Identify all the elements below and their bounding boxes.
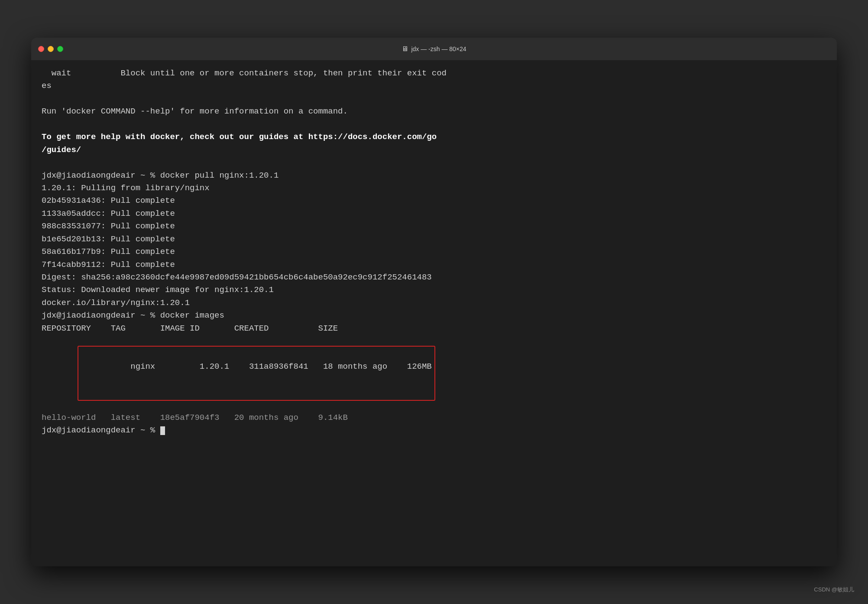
run-line: Run 'docker COMMAND --help' for more inf… [42, 105, 826, 118]
hash1-line: 02b45931a436: Pull complete [42, 195, 826, 207]
status-line: Status: Downloaded newer image for nginx… [42, 284, 826, 296]
minimize-button[interactable] [48, 46, 54, 52]
terminal-window: 🖥 jdx — -zsh — 80×24 wait Block until on… [31, 38, 837, 566]
hash5-line: 58a616b177b9: Pull complete [42, 246, 826, 258]
prompt1: jdx@jiaodiaongdeair ~ % docker pull ngin… [42, 169, 826, 182]
watermark: CSDN @敏姐儿 [814, 586, 854, 594]
table-hello-line: hello-world latest 18e5af7904f3 20 month… [42, 412, 826, 424]
blank3 [42, 156, 826, 169]
title-text: jdx — -zsh — 80×24 [411, 45, 466, 52]
prompt3: jdx@jiaodiaongdeair ~ % [42, 424, 826, 437]
bold-line1: To get more help with docker, check out … [42, 131, 826, 143]
titlebar: 🖥 jdx — -zsh — 80×24 [31, 38, 837, 60]
bold-line2: /guides/ [42, 144, 826, 156]
wait-line: wait Block until one or more containers … [42, 67, 826, 80]
digest-line: Digest: sha256:a98c2360dcfe44e9987ed09d5… [42, 271, 826, 284]
highlight-border [78, 346, 435, 401]
maximize-button[interactable] [57, 46, 63, 52]
terminal-icon: 🖥 [402, 45, 408, 53]
desktop: 🖥 jdx — -zsh — 80×24 wait Block until on… [0, 0, 868, 604]
window-title: 🖥 jdx — -zsh — 80×24 [402, 45, 466, 53]
hash2-line: 1133a05addcc: Pull complete [42, 208, 826, 220]
hash6-line: 7f14cabb9112: Pull complete [42, 259, 826, 271]
close-button[interactable] [38, 46, 44, 52]
table-header-line: REPOSITORY TAG IMAGE ID CREATED SIZE [42, 322, 826, 335]
cursor [160, 426, 165, 435]
es-line: es [42, 80, 826, 92]
hash3-line: 988c83531077: Pull complete [42, 220, 826, 233]
traffic-lights [38, 46, 63, 52]
blank2 [42, 118, 826, 131]
terminal-content[interactable]: wait Block until one or more containers … [31, 60, 837, 566]
hash4-line: b1e65d201b13: Pull complete [42, 233, 826, 246]
pulling-line: 1.20.1: Pulling from library/nginx [42, 182, 826, 195]
prompt2: jdx@jiaodiaongdeair ~ % docker images [42, 309, 826, 322]
dockerio-line: docker.io/library/nginx:1.20.1 [42, 297, 826, 309]
table-nginx-line: nginx 1.20.1 311a8936f841 18 months ago … [42, 335, 826, 412]
blank1 [42, 93, 826, 105]
